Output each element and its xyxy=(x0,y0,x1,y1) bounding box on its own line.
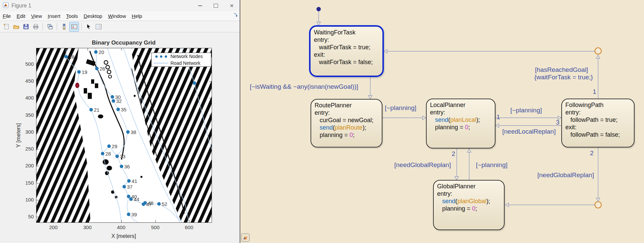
map-node xyxy=(123,185,126,188)
map-node xyxy=(157,202,161,206)
map-node-label: 52 xyxy=(162,201,167,207)
map-node xyxy=(126,130,130,134)
transition-priority[interactable]: 2 xyxy=(590,150,594,157)
figure-toolbar xyxy=(0,21,240,32)
state-WaitingForTask[interactable]: WaitingForTaskentry: waitForTask = true;… xyxy=(309,25,384,77)
guard-needglobalreplan-left[interactable]: [needGlobalReplan] xyxy=(394,161,451,169)
matlab-logo-badge[interactable] xyxy=(241,233,250,242)
maximize-button[interactable] xyxy=(208,0,224,11)
map-node xyxy=(142,202,145,206)
toolbar-separator xyxy=(43,23,43,30)
map-node xyxy=(89,108,93,111)
map-node xyxy=(127,195,130,198)
y-tick-label: 350 xyxy=(20,112,34,118)
state-GlobalPlanner[interactable]: GlobalPlannerentry: send(planGlobal); pl… xyxy=(433,180,505,230)
plot-title: Binary Occupancy Grid xyxy=(36,39,211,46)
state-FollowingPath[interactable]: FollowingPathentry: followPath = true;ex… xyxy=(561,99,635,147)
menu-window[interactable]: Window xyxy=(108,13,126,19)
x-axis-label: X [meters] xyxy=(36,233,211,239)
y-tick-label: 450 xyxy=(20,78,34,84)
legend-entry-road-network: Road Network xyxy=(170,60,200,66)
map-node-label: 38 xyxy=(131,129,136,135)
map-node xyxy=(95,67,99,70)
dock-figure-icon[interactable] xyxy=(233,12,238,19)
road-network-line-icon xyxy=(152,63,170,63)
map-node-label: 35 xyxy=(121,107,127,112)
edit-plot-cursor-button[interactable] xyxy=(84,22,93,31)
guard-hasreachedgoal[interactable]: [hasReachedGoal] xyxy=(535,66,588,74)
matlab-figure-window: Figure 1 × File Edit View Insert Tools D… xyxy=(0,0,240,243)
menu-insert[interactable]: Insert xyxy=(48,13,60,19)
transition-priority[interactable]: 2 xyxy=(452,150,455,158)
map-node-label: 36 xyxy=(124,164,130,169)
guard-planning-route[interactable]: [~planning] xyxy=(385,104,417,112)
print-figure-button[interactable] xyxy=(31,22,40,31)
x-tick-label: 500 xyxy=(151,224,159,230)
y-tick-label: 150 xyxy=(20,180,34,186)
menu-view[interactable]: View xyxy=(31,13,42,19)
map-node xyxy=(193,81,196,85)
map-node-label: 28 xyxy=(105,151,111,157)
map-node xyxy=(116,108,120,111)
minimize-button[interactable] xyxy=(192,0,208,11)
minimize-icon xyxy=(198,5,202,6)
guard-needlocalreplan[interactable]: [needLocalReplan] xyxy=(502,128,556,135)
y-tick-label: 200 xyxy=(20,163,34,168)
x-tick-label: 400 xyxy=(117,224,125,230)
map-node-label: 41 xyxy=(132,178,137,184)
y-tick-label: 250 xyxy=(20,146,34,152)
transition-priority[interactable]: 1 xyxy=(593,88,596,96)
insert-legend-button[interactable] xyxy=(69,22,79,32)
action-waitfortask[interactable]: {waitForTask = true;} xyxy=(534,74,593,81)
menu-bar: File Edit View Insert Tools Desktop Wind… xyxy=(0,11,240,21)
window-title: Figure 1 xyxy=(11,3,31,9)
menu-file[interactable]: File xyxy=(3,13,11,19)
map-node-label: 47 xyxy=(146,201,152,207)
y-tick-label: 300 xyxy=(20,129,34,135)
menu-help[interactable]: Help xyxy=(132,13,142,19)
map-node xyxy=(107,144,111,148)
map-node-label: 32 xyxy=(116,98,122,104)
matlab-figure-icon xyxy=(3,2,9,9)
state-RoutePlanner[interactable]: RoutePlannerentry: curGoal = newGoal; se… xyxy=(311,99,382,147)
network-nodes-marker-icon xyxy=(152,55,170,58)
guard-iswaiting[interactable]: [~isWaiting && ~any(isnan(newGoal))] xyxy=(250,83,358,90)
plot-legend[interactable]: Network Nodes Road Network xyxy=(151,53,211,67)
y-tick-label: 500 xyxy=(20,61,34,67)
menu-tools[interactable]: Tools xyxy=(66,13,78,19)
guard-planning-local[interactable]: [~planning] xyxy=(510,107,542,114)
copy-figure-button[interactable] xyxy=(45,22,54,31)
map-node-label: 44 xyxy=(134,196,139,202)
menu-desktop[interactable]: Desktop xyxy=(84,13,102,19)
guard-needglobalreplan-right[interactable]: [needGlobalReplan] xyxy=(537,171,594,179)
stateflow-canvas[interactable]: WaitingForTaskentry: waitForTask = true;… xyxy=(240,0,644,243)
transition-priority[interactable]: 3 xyxy=(556,119,560,126)
default-transition-dot[interactable] xyxy=(317,7,321,11)
junction-bottom-right[interactable] xyxy=(595,202,601,208)
guard-planning-global[interactable]: [~planning] xyxy=(476,161,508,169)
junction-top-right[interactable] xyxy=(595,48,601,54)
insert-colorbar-button[interactable] xyxy=(59,22,69,31)
map-node-label: 39 xyxy=(131,212,137,217)
title-bar[interactable]: Figure 1 × xyxy=(0,0,240,11)
close-icon: × xyxy=(230,2,234,9)
property-editor-button[interactable] xyxy=(94,22,103,31)
occupancy-grid-plot: 1820192630323521382928333641374044484752… xyxy=(36,48,212,223)
menu-edit[interactable]: Edit xyxy=(17,13,25,19)
map-node xyxy=(101,152,104,155)
y-tick-label: 50 xyxy=(20,214,34,219)
vehicle-marker xyxy=(76,83,79,88)
y-tick-label: 100 xyxy=(20,197,34,202)
maximize-icon xyxy=(214,4,218,8)
open-file-button[interactable] xyxy=(11,22,21,31)
save-figure-button[interactable] xyxy=(21,22,30,31)
new-figure-button[interactable] xyxy=(2,22,11,31)
state-LocalPlanner[interactable]: LocalPlannerentry: send(planLocal); plan… xyxy=(426,99,495,148)
map-node xyxy=(64,55,68,58)
close-button[interactable]: × xyxy=(224,0,240,11)
transition-priority[interactable]: 1 xyxy=(497,113,500,121)
map-node-label: 26 xyxy=(100,66,105,72)
x-tick-label: 600 xyxy=(185,224,193,230)
toolbar-separator xyxy=(57,23,57,30)
map-node xyxy=(127,213,130,216)
